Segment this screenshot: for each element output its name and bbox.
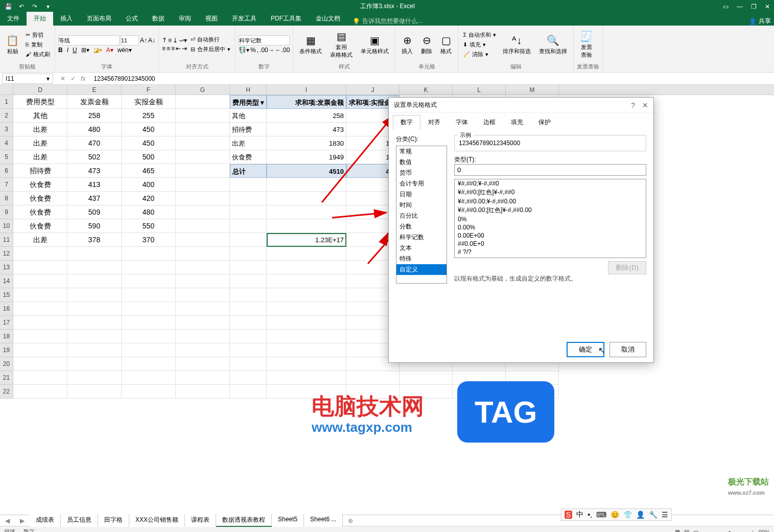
cell[interactable] <box>13 343 67 357</box>
row-header[interactable]: 15 <box>0 288 13 302</box>
view-layout-icon[interactable]: ▤ <box>684 528 689 532</box>
tab-pdf[interactable]: PDF工具集 <box>264 12 309 26</box>
cell[interactable]: 400 <box>122 178 176 192</box>
cell[interactable] <box>176 192 230 205</box>
dtab-fill[interactable]: 填充 <box>503 115 531 130</box>
row-header[interactable]: 2 <box>0 109 13 123</box>
cell[interactable] <box>122 330 176 343</box>
dialog-close-icon[interactable]: ✕ <box>642 101 648 109</box>
cell[interactable]: 发票金额 <box>67 95 122 109</box>
cond-format-button[interactable]: ▦条件格式 <box>296 27 325 62</box>
row-header[interactable]: 8 <box>0 192 13 205</box>
cell[interactable] <box>176 150 230 164</box>
cell[interactable] <box>122 343 176 357</box>
cell[interactable]: 伙食费 <box>13 178 67 192</box>
row-header[interactable]: 22 <box>0 385 13 399</box>
cell[interactable] <box>67 261 122 274</box>
cell[interactable] <box>230 371 267 385</box>
save-icon[interactable]: 💾 <box>4 3 12 10</box>
sheet-tab[interactable]: 员工信息 <box>61 514 98 527</box>
cell[interactable] <box>122 302 176 316</box>
category-item[interactable]: 自定义 <box>396 264 447 275</box>
merge-button[interactable]: ⊟ 合并后居中▾ <box>189 45 232 54</box>
insert-cells-button[interactable]: ⊕插入 <box>398 27 416 62</box>
cell[interactable] <box>13 288 67 302</box>
cell[interactable]: 258 <box>67 109 122 123</box>
cell[interactable] <box>230 219 267 233</box>
category-item[interactable]: 货币 <box>396 168 447 178</box>
format-code-item[interactable]: 0% <box>455 215 646 223</box>
format-code-item[interactable]: ¥#,##0.00;[红色]¥-#,##0.00 <box>455 205 646 215</box>
ime-menu-icon[interactable]: ☰ <box>662 511 668 519</box>
format-code-item[interactable]: ##0.0E+0 <box>455 240 646 248</box>
cell[interactable] <box>122 385 176 399</box>
category-item[interactable]: 常规 <box>396 146 447 157</box>
cancel-formula-icon[interactable]: ✕ <box>60 75 65 82</box>
cell[interactable] <box>122 274 176 288</box>
zoom-in-icon[interactable]: + <box>752 529 755 533</box>
indent-dec-icon[interactable]: ⇤ <box>176 45 181 52</box>
row-header[interactable]: 13 <box>0 261 13 274</box>
cell[interactable]: 伙食费 <box>13 205 67 219</box>
cell[interactable] <box>230 385 267 399</box>
row-header[interactable]: 18 <box>0 330 13 343</box>
cell[interactable] <box>67 330 122 343</box>
formula-input[interactable]: 123456789012345000 <box>90 75 774 82</box>
cell[interactable] <box>267 192 346 205</box>
cell[interactable] <box>13 357 67 371</box>
cell[interactable]: 509 <box>67 205 122 219</box>
tab-dev[interactable]: 开发工具 <box>225 12 264 26</box>
row-header[interactable]: 9 <box>0 205 13 219</box>
sheet-tab[interactable]: Sheet5 <box>272 514 304 527</box>
number-format-select[interactable] <box>239 35 290 45</box>
row-header[interactable]: 7 <box>0 178 13 192</box>
row-header[interactable]: 3 <box>0 123 13 136</box>
sheet-tab[interactable]: 田字格 <box>98 514 129 527</box>
tab-data[interactable]: 数据 <box>145 12 172 26</box>
row-header[interactable]: 4 <box>0 136 13 150</box>
cell[interactable] <box>400 371 453 385</box>
format-code-item[interactable]: 0.00E+00 <box>455 232 646 240</box>
cell[interactable] <box>176 136 230 150</box>
redo-icon[interactable]: ↷ <box>31 3 39 10</box>
paste-button[interactable]: 📋粘贴 <box>3 27 22 62</box>
cell[interactable]: 450 <box>122 136 176 150</box>
cancel-button[interactable]: 取消 <box>609 342 646 357</box>
col-header[interactable]: G <box>176 85 230 95</box>
row-header[interactable]: 5 <box>0 150 13 164</box>
ime-logo-icon[interactable]: S <box>565 511 572 519</box>
cell[interactable]: 1830 <box>267 136 346 150</box>
row-header[interactable]: 12 <box>0 247 13 261</box>
enter-formula-icon[interactable]: ✓ <box>71 75 76 82</box>
ime-keyboard-icon[interactable]: ⌨ <box>596 511 606 519</box>
cell[interactable] <box>230 178 267 192</box>
cell[interactable] <box>176 205 230 219</box>
format-code-item[interactable]: ¥#,##0;¥-#,##0 <box>455 179 646 188</box>
zoom-level[interactable]: 90% <box>759 529 770 533</box>
tab-review[interactable]: 审阅 <box>172 12 198 26</box>
tab-formulas[interactable]: 公式 <box>119 12 145 26</box>
cell[interactable] <box>13 247 67 261</box>
category-item[interactable]: 数值 <box>396 157 447 168</box>
maximize-icon[interactable]: ❐ <box>751 3 757 10</box>
name-box[interactable]: I11▾ <box>2 74 53 84</box>
cell[interactable] <box>122 288 176 302</box>
format-code-item[interactable]: # ?/? <box>455 248 646 256</box>
col-header[interactable]: E <box>67 85 122 95</box>
cell[interactable] <box>176 178 230 192</box>
cell[interactable]: 出差 <box>13 136 67 150</box>
cell[interactable]: 伙食费 <box>230 150 267 164</box>
delete-cells-button[interactable]: ⊖删除 <box>418 27 435 62</box>
col-header[interactable]: K <box>400 85 453 95</box>
cell[interactable]: 473 <box>267 123 346 136</box>
row-header[interactable]: 10 <box>0 219 13 233</box>
share-button[interactable]: 👤 共享 <box>749 17 771 26</box>
wrap-text-button[interactable]: ⏎ 自动换行 <box>189 35 232 44</box>
sort-filter-button[interactable]: ᴬ↓排序和筛选 <box>500 27 534 62</box>
cell[interactable] <box>267 219 346 233</box>
cell[interactable]: 420 <box>122 192 176 205</box>
cell[interactable] <box>176 357 230 371</box>
category-item[interactable]: 科学记数 <box>396 232 447 243</box>
font-color-button[interactable]: A▾ <box>106 47 113 54</box>
view-normal-icon[interactable]: ▦ <box>675 528 680 532</box>
